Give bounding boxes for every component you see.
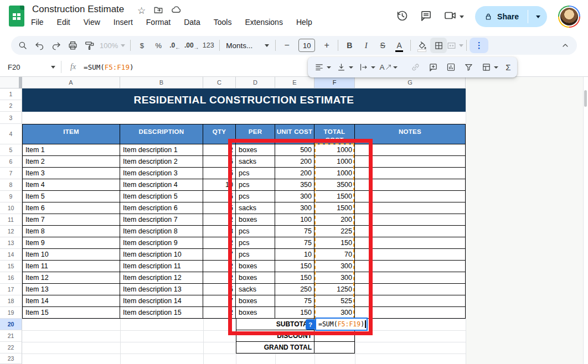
- percent-format-button[interactable]: %: [150, 38, 167, 53]
- cell-a8[interactable]: Item 4: [22, 179, 120, 191]
- menu-file[interactable]: File: [31, 18, 44, 27]
- text-rotation-icon[interactable]: A: [379, 60, 392, 75]
- column-header-d[interactable]: D: [236, 76, 275, 89]
- insert-link-icon[interactable]: [409, 60, 422, 75]
- cloud-status-icon[interactable]: [171, 4, 182, 17]
- cell-a13[interactable]: Item 9: [22, 237, 120, 249]
- row-header-4[interactable]: 4: [0, 124, 22, 144]
- paint-format-icon[interactable]: [81, 38, 97, 53]
- column-header-f[interactable]: F: [314, 76, 355, 89]
- cell-b12[interactable]: Item description 8: [120, 226, 203, 237]
- cell-a6[interactable]: Item 2: [22, 156, 120, 168]
- text-rotation-dropdown-icon[interactable]: [393, 66, 398, 69]
- row-header-19[interactable]: 19: [0, 307, 22, 319]
- name-box-dropdown-icon[interactable]: [51, 66, 55, 69]
- move-to-folder-icon[interactable]: [153, 5, 163, 17]
- vertical-align-dropdown-icon[interactable]: [349, 66, 353, 69]
- row-header-15[interactable]: 15: [0, 261, 22, 272]
- row-header-12[interactable]: 12: [0, 226, 22, 237]
- cell-b18[interactable]: Item description 14: [120, 295, 203, 307]
- more-toolbar-options-icon[interactable]: ⋮: [470, 38, 488, 53]
- text-wrapping-dropdown-icon[interactable]: [371, 66, 375, 69]
- borders-icon[interactable]: [430, 38, 447, 53]
- cell-b7[interactable]: Item description 3: [120, 168, 203, 179]
- row-header-1[interactable]: 1: [0, 89, 22, 100]
- currency-format-button[interactable]: $: [133, 38, 150, 53]
- row-header-23[interactable]: 23: [0, 353, 22, 364]
- menu-format[interactable]: Format: [146, 18, 171, 27]
- column-header-g[interactable]: G: [355, 76, 466, 89]
- row-header-21[interactable]: 21: [0, 330, 22, 342]
- text-wrapping-icon[interactable]: [357, 60, 370, 75]
- column-header-a[interactable]: A: [22, 76, 120, 89]
- cell-b10[interactable]: Item description 6: [120, 202, 203, 214]
- more-formats-button[interactable]: 123: [200, 38, 216, 53]
- menu-edit[interactable]: Edit: [57, 18, 70, 27]
- version-history-icon[interactable]: [395, 9, 409, 24]
- formula-input[interactable]: =SUM(F5:F19): [84, 63, 133, 71]
- insert-table-dropdown-icon[interactable]: [494, 66, 498, 69]
- hide-menus-icon[interactable]: [557, 38, 574, 53]
- cell-a17[interactable]: Item 13: [22, 284, 120, 295]
- functions-icon[interactable]: Σ: [502, 60, 515, 75]
- row-header-11[interactable]: 11: [0, 214, 22, 226]
- create-filter-icon[interactable]: [462, 60, 475, 75]
- row-header-13[interactable]: 13: [0, 237, 22, 249]
- text-color-button[interactable]: A: [391, 38, 408, 53]
- insert-table-icon[interactable]: [479, 60, 493, 75]
- menu-help[interactable]: Help: [296, 18, 312, 27]
- decrease-font-size-button[interactable]: −: [278, 38, 295, 53]
- video-call-icon[interactable]: [443, 9, 457, 24]
- vertical-scrollbar-thumb[interactable]: [584, 90, 587, 107]
- menu-insert[interactable]: Insert: [114, 18, 133, 27]
- horizontal-align-icon[interactable]: [312, 60, 326, 75]
- vertical-scrollbar[interactable]: [583, 76, 588, 364]
- cell-f22[interactable]: [314, 342, 355, 353]
- cell-b15[interactable]: Item description 11: [120, 261, 203, 272]
- cell-b6[interactable]: Item description 2: [120, 156, 203, 168]
- cell-b16[interactable]: Item description 12: [120, 272, 203, 284]
- cell-a11[interactable]: Item 7: [22, 214, 120, 226]
- row-header-6[interactable]: 6: [0, 156, 22, 168]
- row-header-2[interactable]: 2: [0, 100, 22, 112]
- column-header-b[interactable]: B: [120, 76, 203, 89]
- cell-title-banner[interactable]: RESIDENTIAL CONSTRUCTION ESTIMATE: [22, 89, 466, 112]
- cell-a5[interactable]: Item 1: [22, 144, 120, 156]
- cell-a14[interactable]: Item 10: [22, 249, 120, 261]
- bold-button[interactable]: B: [341, 38, 358, 53]
- cell-a18[interactable]: Item 14: [22, 295, 120, 307]
- row-header-18[interactable]: 18: [0, 295, 22, 307]
- cell-a9[interactable]: Item 5: [22, 191, 120, 202]
- cell-a15[interactable]: Item 11: [22, 261, 120, 272]
- cell-a19[interactable]: Item 15: [22, 307, 120, 319]
- cell-b19[interactable]: Item description 15: [120, 307, 203, 319]
- cell-b11[interactable]: Item description 7: [120, 214, 203, 226]
- horizontal-align-dropdown-icon[interactable]: [327, 66, 331, 69]
- cell-b17[interactable]: Item description 13: [120, 284, 203, 295]
- font-size-input[interactable]: 10: [298, 39, 315, 52]
- cell-b9[interactable]: Item description 5: [120, 191, 203, 202]
- cell-a10[interactable]: Item 6: [22, 202, 120, 214]
- cell-b8[interactable]: Item description 4: [120, 179, 203, 191]
- undo-icon[interactable]: [31, 38, 48, 53]
- merge-cells-icon[interactable]: [447, 38, 463, 53]
- row-header-16[interactable]: 16: [0, 272, 22, 284]
- column-header-e[interactable]: E: [275, 76, 314, 89]
- star-icon[interactable]: ☆: [137, 5, 146, 17]
- cell-b14[interactable]: Item description 10: [120, 249, 203, 261]
- share-dropdown-icon[interactable]: [536, 15, 540, 18]
- decrease-decimal-button[interactable]: .0←: [167, 38, 183, 53]
- cell-b13[interactable]: Item description 9: [120, 237, 203, 249]
- row-header-10[interactable]: 10: [0, 202, 22, 214]
- comment-history-icon[interactable]: [420, 9, 432, 24]
- row-header-17[interactable]: 17: [0, 284, 22, 295]
- row-header-8[interactable]: 8: [0, 179, 22, 191]
- zoom-select[interactable]: 100%: [97, 38, 127, 53]
- menu-view[interactable]: View: [84, 18, 100, 27]
- row-header-20[interactable]: 20: [0, 319, 22, 330]
- header-cell-item[interactable]: ITEM: [22, 124, 120, 144]
- fill-color-icon[interactable]: [414, 38, 430, 53]
- vertical-align-icon[interactable]: [334, 60, 348, 75]
- menu-extensions[interactable]: Extensions: [245, 18, 282, 27]
- header-cell-description[interactable]: DESCRIPTION: [120, 124, 203, 144]
